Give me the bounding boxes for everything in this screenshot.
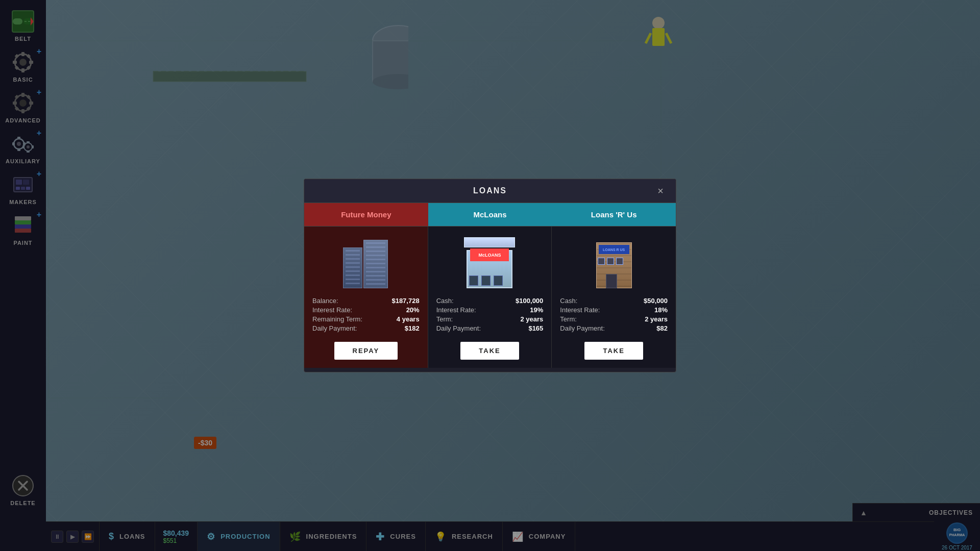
modal-title: LOANS — [473, 186, 507, 195]
panel-mcloans: McLOANS Cash: $100,000 Interest — [428, 227, 552, 368]
daily-payment-value: $182 — [405, 324, 420, 332]
loan-panels: Balance: $187,728 Interest Rate: 20% Rem… — [304, 227, 676, 368]
stat-term: Remaining Term: 4 years — [312, 315, 420, 323]
take-mcloans-button[interactable]: TAKE — [460, 342, 519, 360]
tab-mcloans[interactable]: McLoans — [428, 203, 552, 226]
stat-cash-mc: Cash: $100,000 — [436, 297, 544, 305]
stat-interest-mc: Interest Rate: 19% — [436, 306, 544, 314]
loan-tabs: Future Money McLoans Loans 'R' Us — [304, 203, 676, 227]
stat-interest-ru: Interest Rate: 18% — [560, 306, 668, 314]
panel-future-money: Balance: $187,728 Interest Rate: 20% Rem… — [304, 227, 428, 368]
loans-r-us-stats: Cash: $50,000 Interest Rate: 18% Term: 2… — [560, 297, 668, 334]
term-label: Remaining Term: — [312, 315, 362, 323]
mcloans-illustration: McLOANS — [464, 237, 515, 288]
mcloans-building: McLOANS — [461, 235, 518, 291]
tab-loans-r-us[interactable]: Loans 'R' Us — [552, 203, 676, 226]
panel-loans-r-us: LOANS R US Cash: $50,000 — [552, 227, 676, 368]
loans-r-us-illustration: LOANS R US — [594, 237, 634, 288]
stat-term-mc: Term: 2 years — [436, 315, 544, 323]
stat-daily-ru: Daily Payment: $82 — [560, 324, 668, 332]
tab-future-money[interactable]: Future Money — [304, 203, 428, 226]
stat-cash-ru: Cash: $50,000 — [560, 297, 668, 305]
modal-overlay: LOANS × Future Money McLoans Loans 'R' U… — [0, 0, 980, 551]
modal-close-button[interactable]: × — [653, 184, 668, 198]
take-loans-r-us-button[interactable]: TAKE — [584, 342, 643, 360]
interest-label: Interest Rate: — [312, 306, 352, 314]
stat-balance: Balance: $187,728 — [312, 297, 420, 305]
daily-payment-label: Daily Payment: — [312, 324, 357, 332]
stat-interest: Interest Rate: 20% — [312, 306, 420, 314]
future-money-illustration — [340, 237, 391, 288]
balance-value: $187,728 — [391, 297, 419, 305]
balance-label: Balance: — [312, 297, 338, 305]
term-value: 4 years — [397, 315, 420, 323]
future-money-building — [338, 235, 394, 291]
mcloans-stats: Cash: $100,000 Interest Rate: 19% Term: … — [436, 297, 544, 334]
interest-value: 20% — [406, 306, 420, 314]
future-money-stats: Balance: $187,728 Interest Rate: 20% Rem… — [312, 297, 420, 334]
modal-header: LOANS × — [304, 179, 676, 203]
loans-modal: LOANS × Future Money McLoans Loans 'R' U… — [304, 179, 676, 372]
stat-daily-mc: Daily Payment: $165 — [436, 324, 544, 332]
loans-r-us-building: LOANS R US — [586, 235, 642, 291]
repay-button[interactable]: REPAY — [334, 342, 398, 360]
stat-term-ru: Term: 2 years — [560, 315, 668, 323]
stat-daily-payment: Daily Payment: $182 — [312, 324, 420, 332]
